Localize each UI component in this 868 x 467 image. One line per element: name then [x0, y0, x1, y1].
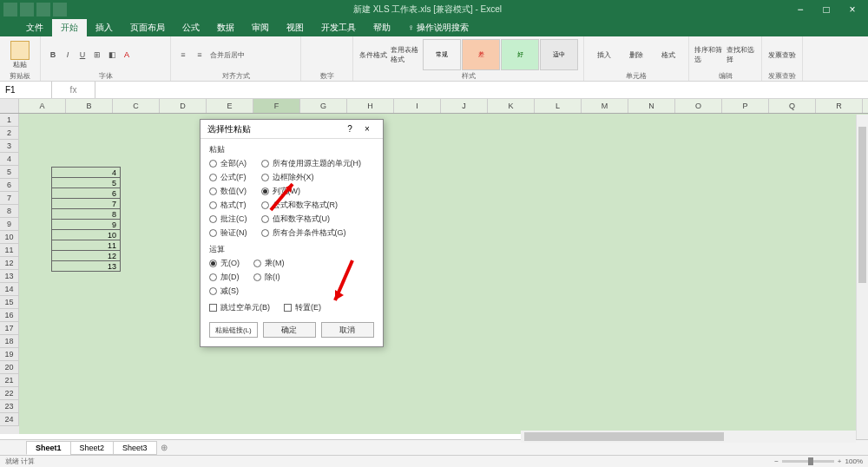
insert-button[interactable]: 插入 — [589, 39, 619, 70]
row-header[interactable]: 10 — [0, 231, 19, 244]
radio-comments[interactable]: 批注(C) — [209, 214, 247, 225]
col-header[interactable]: K — [488, 99, 535, 113]
row-header[interactable]: 11 — [0, 244, 19, 257]
tab-file[interactable]: 文件 — [17, 19, 52, 36]
radio-add[interactable]: 加(D) — [209, 272, 240, 283]
radio-none[interactable]: 无(O) — [209, 258, 240, 269]
zoom-controls[interactable]: − + 100% — [774, 457, 863, 465]
col-header[interactable]: F — [253, 99, 300, 113]
scrollbar-thumb[interactable] — [524, 432, 724, 441]
fill-color-button[interactable]: ◧ — [105, 49, 119, 61]
col-header[interactable]: C — [113, 99, 160, 113]
tab-developer[interactable]: 开发工具 — [312, 19, 365, 36]
border-button[interactable]: ⊞ — [90, 49, 104, 61]
row-header[interactable]: 24 — [0, 413, 19, 426]
style-neutral[interactable]: 适中 — [540, 39, 578, 70]
row-header[interactable]: 19 — [0, 348, 19, 361]
undo-icon[interactable] — [36, 3, 50, 16]
row-header[interactable]: 15 — [0, 296, 19, 309]
cells-area[interactable]: 4 5 6 7 8 9 10 11 12 13 — [19, 114, 868, 434]
format-table-button[interactable]: 套用表格格式 — [391, 39, 420, 70]
row-header[interactable]: 20 — [0, 361, 19, 374]
checkbox-transpose[interactable]: 转置(E) — [284, 302, 321, 313]
zoom-level[interactable]: 100% — [845, 457, 863, 465]
tab-insert[interactable]: 插入 — [87, 19, 122, 36]
checkbox-skip-blanks[interactable]: 跳过空单元(B) — [209, 302, 270, 313]
align-center-icon[interactable]: ≡ — [193, 49, 207, 61]
radio-validation[interactable]: 验证(N) — [209, 227, 247, 239]
row-header[interactable]: 13 — [0, 270, 19, 283]
zoom-slider[interactable] — [782, 460, 834, 463]
minimize-button[interactable]: − — [788, 3, 812, 16]
col-header[interactable]: J — [441, 99, 488, 113]
sheet-tab[interactable]: Sheet3 — [113, 441, 157, 455]
conditional-format-button[interactable]: 条件格式 — [358, 39, 388, 70]
radio-subtract[interactable]: 减(S) — [209, 286, 240, 297]
new-sheet-button[interactable]: ⊕ — [156, 443, 172, 452]
radio-merge-condfmt[interactable]: 所有合并条件格式(G) — [261, 227, 362, 239]
radio-no-borders[interactable]: 边框除外(X) — [261, 172, 362, 183]
find-select-button[interactable]: 查找和选择 — [727, 39, 756, 70]
tab-review[interactable]: 审阅 — [243, 19, 278, 36]
fx-button[interactable]: fx — [52, 82, 95, 98]
row-header[interactable]: 22 — [0, 387, 19, 400]
row-header[interactable]: 1 — [0, 114, 19, 127]
col-header[interactable]: M — [582, 99, 628, 113]
col-header[interactable]: B — [66, 99, 113, 113]
tell-me-search[interactable]: ♀ 操作说明搜索 — [399, 19, 477, 36]
align-left-icon[interactable]: ≡ — [176, 49, 190, 61]
underline-button[interactable]: U — [76, 49, 89, 61]
col-header[interactable]: G — [300, 99, 347, 113]
style-normal[interactable]: 常规 — [423, 39, 461, 70]
radio-source-theme[interactable]: 所有使用源主题的单元(H) — [261, 158, 362, 169]
col-header[interactable]: D — [160, 99, 207, 113]
row-header[interactable]: 17 — [0, 322, 19, 335]
col-header[interactable]: E — [207, 99, 253, 113]
col-header[interactable]: P — [722, 99, 769, 113]
formula-input[interactable] — [95, 82, 868, 98]
row-header[interactable]: 7 — [0, 192, 19, 205]
row-header[interactable]: 9 — [0, 218, 19, 231]
col-header[interactable]: N — [628, 99, 675, 113]
style-bad[interactable]: 差 — [462, 39, 500, 70]
col-header[interactable]: O — [675, 99, 722, 113]
paste-link-button[interactable]: 粘贴链接(L) — [209, 322, 258, 338]
ok-button[interactable]: 确定 — [263, 322, 316, 338]
radio-formats[interactable]: 格式(T) — [209, 200, 247, 211]
radio-values[interactable]: 数值(V) — [209, 186, 247, 197]
tab-page-layout[interactable]: 页面布局 — [122, 19, 174, 36]
row-header[interactable]: 12 — [0, 257, 19, 270]
tab-help[interactable]: 帮助 — [365, 19, 399, 36]
sheet-tab[interactable]: Sheet2 — [70, 441, 115, 455]
maximize-button[interactable]: □ — [814, 3, 838, 16]
select-all-corner[interactable] — [0, 99, 19, 113]
col-header[interactable]: I — [394, 99, 441, 113]
paste-button[interactable]: 粘贴 — [5, 39, 35, 70]
format-button[interactable]: 格式 — [654, 39, 683, 70]
vertical-scrollbar[interactable] — [856, 115, 868, 439]
col-header[interactable]: A — [19, 99, 66, 113]
dialog-titlebar[interactable]: 选择性粘贴 ? × — [201, 120, 383, 139]
row-header[interactable]: 5 — [0, 166, 19, 179]
row-header[interactable]: 4 — [0, 153, 19, 166]
radio-column-widths[interactable]: 列宽(W) — [261, 186, 362, 197]
col-header[interactable]: Q — [769, 99, 816, 113]
tab-data[interactable]: 数据 — [208, 19, 243, 36]
tab-home[interactable]: 开始 — [52, 19, 87, 36]
radio-values-numfmt[interactable]: 值和数字格式(U) — [261, 214, 362, 225]
name-box[interactable]: F1 — [0, 82, 52, 98]
row-header[interactable]: 3 — [0, 140, 19, 153]
row-header[interactable]: 14 — [0, 283, 19, 296]
invoice-check-button[interactable]: 发票查验 — [767, 39, 797, 70]
delete-button[interactable]: 删除 — [621, 39, 651, 70]
cell-styles-gallery[interactable]: 常规 差 好 适中 — [423, 39, 578, 70]
row-header[interactable]: 2 — [0, 127, 19, 140]
close-button[interactable]: × — [840, 3, 865, 16]
col-header[interactable]: R — [816, 99, 863, 113]
radio-divide[interactable]: 除(I) — [253, 272, 285, 283]
cell[interactable]: 13 — [51, 260, 121, 272]
row-header[interactable]: 23 — [0, 400, 19, 413]
sheet-tab[interactable]: Sheet1 — [26, 441, 71, 455]
dialog-close-button[interactable]: × — [358, 124, 376, 134]
sort-filter-button[interactable]: 排序和筛选 — [694, 39, 724, 70]
